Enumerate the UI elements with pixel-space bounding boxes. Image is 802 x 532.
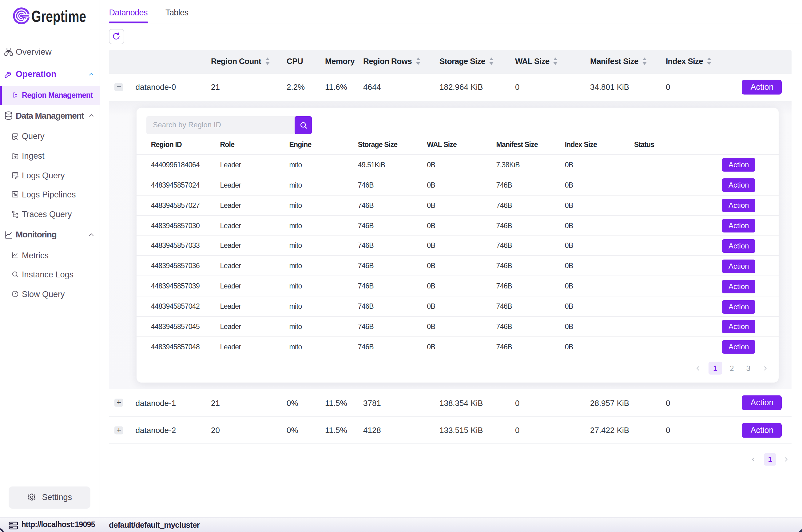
svg-text:Greptime: Greptime xyxy=(31,7,86,25)
